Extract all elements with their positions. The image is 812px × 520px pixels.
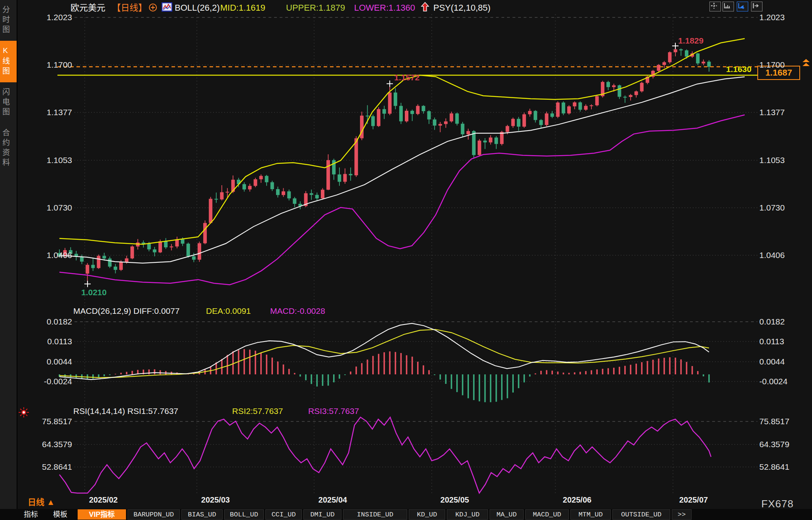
move-tool-button[interactable] bbox=[709, 2, 721, 11]
tab-cci-ud[interactable]: CCI_UD bbox=[265, 509, 302, 520]
price-axis-label-left: 1.1700 bbox=[17, 61, 72, 69]
sidebar-item-contract-info[interactable]: 合约资料 bbox=[0, 123, 17, 174]
macd-axis-label-right: 0.0182 bbox=[759, 317, 785, 326]
price-axis-label-left: 1.2023 bbox=[17, 13, 72, 21]
price-axis-label-right: 1.0406 bbox=[759, 251, 785, 259]
rsi-axis-label-right: 52.8641 bbox=[759, 463, 789, 471]
rsi-axis-label-left: 64.3579 bbox=[17, 440, 72, 448]
x-axis-label: 2025/02 bbox=[89, 495, 118, 505]
x-axis-label: 2025/07 bbox=[679, 495, 708, 505]
price-axis-label-left: 1.1053 bbox=[17, 156, 72, 164]
macd-label: MACD(26,12,9) DIFF:0.0077 bbox=[73, 306, 179, 316]
macd-axis-label-left: 0.0044 bbox=[17, 357, 72, 366]
macd-axis-label-right: 0.0044 bbox=[759, 357, 785, 366]
candlestick-series bbox=[58, 46, 711, 284]
rsi-axis-label-left: 75.8517 bbox=[17, 417, 72, 425]
rsi-line bbox=[59, 417, 711, 493]
boll-upper-value: UPPER:1.1879 bbox=[286, 3, 345, 13]
price-axis-label-left: 1.1377 bbox=[17, 108, 72, 116]
price-axis-label-left: 1.0730 bbox=[17, 203, 72, 212]
rsi-axis-label-right: 75.8517 bbox=[759, 417, 789, 425]
shift-right-button[interactable] bbox=[751, 2, 762, 11]
rsi-label: RSI(14,14,14) RSI1:57.7637 bbox=[73, 406, 178, 416]
rsi-axis-label-left: 52.8641 bbox=[17, 463, 72, 471]
x-axis-label: 2025/03 bbox=[201, 495, 230, 505]
rsi3-value: RSI3:57.7637 bbox=[308, 406, 359, 416]
extreme-point-markers bbox=[84, 43, 679, 287]
tab-kdj-ud[interactable]: KDJ_UD bbox=[447, 509, 488, 520]
macd-value: MACD:-0.0028 bbox=[270, 306, 325, 316]
gridlines bbox=[74, 14, 757, 493]
macd-diff-value: DIFF:0.0077 bbox=[133, 306, 180, 315]
boll-mid-value: MID:1.1619 bbox=[220, 3, 265, 13]
tab-ma-ud[interactable]: MA_UD bbox=[490, 509, 524, 520]
tab-dmi-ud[interactable]: DMI_UD bbox=[303, 509, 341, 520]
april-high-label: 1.1572 bbox=[394, 73, 419, 82]
tab-vip指标[interactable]: VIP指标 bbox=[78, 509, 126, 520]
indicator-tab-bar: 指标模板VIP指标BARUPDN_UDBIAS_UDBOLL_UDCCI_UDD… bbox=[0, 509, 812, 520]
rsi-axis-label-right: 64.3579 bbox=[759, 440, 789, 448]
feb-low-label: 1.0210 bbox=[81, 288, 107, 297]
axis-scale-button[interactable] bbox=[722, 2, 734, 11]
sidebar: 分时图 K线图 闪电图 合约资料 bbox=[0, 0, 17, 520]
boll-mid-line bbox=[59, 77, 745, 263]
trading-app-window: 分时图 K线图 闪电图 合约资料 欧元美元 【日线】 BOLL(26,2) MI… bbox=[0, 0, 812, 520]
sidebar-item-kline-chart[interactable]: K线图 bbox=[0, 41, 17, 82]
tab-kd-ud[interactable]: KD_UD bbox=[409, 509, 445, 520]
sidebar-item-flash-chart[interactable]: 闪电图 bbox=[0, 82, 17, 123]
tab--[interactable]: >> bbox=[672, 509, 692, 520]
tab-bias-ud[interactable]: BIAS_UD bbox=[181, 509, 223, 520]
macd-dea-value: DEA:0.0091 bbox=[206, 306, 251, 316]
tab-模板[interactable]: 模板 bbox=[48, 509, 73, 520]
x-axis-label: 2025/06 bbox=[563, 495, 591, 505]
tab-mtm-ud[interactable]: MTM_UD bbox=[570, 509, 611, 520]
boll-upper-line bbox=[59, 39, 745, 245]
axis-play-button[interactable] bbox=[737, 2, 748, 11]
symbol-title: 欧元美元 bbox=[71, 3, 105, 13]
macd-axis-label-left: 0.0182 bbox=[17, 317, 72, 326]
psy-label: PSY(12,10,85) bbox=[433, 3, 490, 13]
price-axis-label-right: 1.1053 bbox=[759, 156, 785, 164]
july-high-label: 1.1829 bbox=[678, 36, 703, 46]
macd-axis-label-right: -0.0024 bbox=[759, 377, 787, 385]
macd-axis-label-left: -0.0024 bbox=[17, 377, 72, 385]
tab-outside-ud[interactable]: OUTSIDE_UD bbox=[612, 509, 670, 520]
price-axis-label-right: 1.1700 bbox=[759, 61, 785, 69]
price-axis-label-left: 1.0406 bbox=[17, 251, 72, 259]
alert-price-label: 1.1630 bbox=[726, 65, 751, 74]
tab-barupdn-ud[interactable]: BARUPDN_UD bbox=[128, 509, 180, 520]
watermark: FX678 bbox=[761, 498, 794, 510]
sidebar-item-time-chart[interactable]: 分时图 bbox=[0, 0, 17, 41]
tab-指标[interactable]: 指标 bbox=[18, 509, 44, 520]
boll-lower-line bbox=[59, 115, 745, 285]
price-axis-label-right: 1.2023 bbox=[759, 13, 785, 21]
boll-lower-value: LOWER:1.1360 bbox=[354, 3, 415, 13]
price-axis-label-right: 1.1377 bbox=[759, 108, 785, 116]
macd-axis-label-right: 0.0113 bbox=[759, 337, 784, 345]
x-axis-label: 2025/04 bbox=[318, 495, 347, 505]
tab-inside-ud[interactable]: INSIDE_UD bbox=[343, 509, 407, 520]
price-axis-label-right: 1.0730 bbox=[759, 203, 785, 212]
boll-label: BOLL(26,2) bbox=[175, 3, 220, 13]
rsi2-value: RSI2:57.7637 bbox=[232, 406, 283, 416]
tab-boll-ud[interactable]: BOLL_UD bbox=[224, 509, 264, 520]
period-selector[interactable]: 日线 ▲ bbox=[28, 495, 55, 507]
period-tag: 【日线】 bbox=[112, 3, 147, 13]
tab-macd-ud[interactable]: MACD_UD bbox=[525, 509, 569, 520]
rsi1-value: RSI1:57.7637 bbox=[128, 406, 178, 416]
macd-axis-label-left: 0.0113 bbox=[17, 337, 72, 345]
x-axis-label: 2025/05 bbox=[440, 495, 469, 505]
